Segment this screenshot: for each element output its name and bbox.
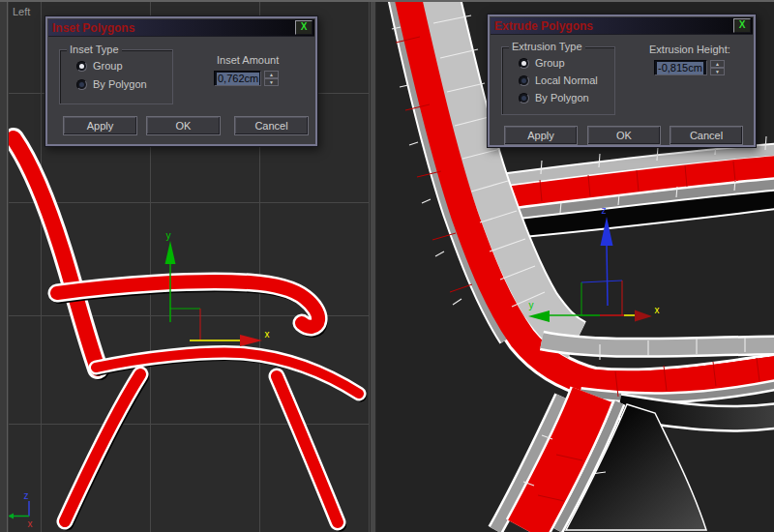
radio-group-option[interactable]: Group xyxy=(76,60,123,72)
inset-amount-field[interactable]: 0,762cm xyxy=(214,71,261,86)
inset-amount-value[interactable]: 0,762cm xyxy=(217,73,259,85)
radio-button-icon[interactable] xyxy=(519,58,529,69)
inset-amount-label: Inset Amount xyxy=(217,54,279,66)
extrusion-height-label: Extrusion Height: xyxy=(649,44,730,55)
inset-dialog-titlebar[interactable]: Inset Polygons X xyxy=(48,19,314,37)
viewport-label[interactable]: Left xyxy=(13,6,30,17)
max-viewport-area: y x z y x xyxy=(0,0,774,532)
radio-group-option[interactable]: Group xyxy=(519,57,565,69)
viewport-top-border xyxy=(0,0,774,2)
radio-bypolygon-option[interactable]: By Polygon xyxy=(76,78,147,90)
radio-label: Local Normal xyxy=(535,74,598,86)
gizmo-x-label: x xyxy=(265,329,270,340)
viewport-left-border xyxy=(0,2,8,532)
apply-button[interactable]: Apply xyxy=(63,116,137,135)
inset-dialog-title: Inset Polygons xyxy=(48,21,134,35)
gizmo-y-label: y xyxy=(529,300,534,310)
rail-bevel xyxy=(542,340,774,347)
gizmo-x-label: x xyxy=(655,305,660,315)
inset-amount-spinner[interactable]: ▲ ▼ xyxy=(264,71,279,86)
radio-label: By Polygon xyxy=(535,92,589,103)
inset-polygons-dialog: Inset Polygons X Inset Type Group By Pol… xyxy=(45,15,318,147)
inset-type-groupbox: Inset Type xyxy=(59,49,173,104)
spinner-up-icon[interactable]: ▲ xyxy=(710,60,725,68)
apply-button[interactable]: Apply xyxy=(504,126,578,145)
extrusion-height-spinner[interactable]: ▲ ▼ xyxy=(710,60,725,75)
tripod-x-label: x xyxy=(28,518,33,529)
spinner-down-icon[interactable]: ▼ xyxy=(264,78,279,86)
radio-label: Group xyxy=(93,60,123,72)
viewport-splitter[interactable] xyxy=(370,2,376,532)
radio-button-icon[interactable] xyxy=(519,75,529,86)
rail-face xyxy=(594,369,774,385)
close-icon[interactable]: X xyxy=(733,18,751,33)
radio-button-icon[interactable] xyxy=(76,61,87,72)
radio-bypolygon-option[interactable]: By Polygon xyxy=(519,92,589,103)
gizmo-y-label: y xyxy=(166,230,171,241)
ok-button[interactable]: OK xyxy=(146,116,221,135)
radio-button-icon[interactable] xyxy=(519,93,529,103)
close-icon[interactable]: X xyxy=(295,20,313,35)
spinner-down-icon[interactable]: ▼ xyxy=(710,68,725,75)
extrusion-height-value[interactable]: -0,815cm xyxy=(657,62,703,74)
radio-localnormal-option[interactable]: Local Normal xyxy=(519,74,598,86)
ok-button[interactable]: OK xyxy=(587,126,661,145)
extrusion-height-field[interactable]: -0,815cm xyxy=(654,60,707,75)
spinner-up-icon[interactable]: ▲ xyxy=(264,71,279,78)
cancel-button[interactable]: Cancel xyxy=(670,126,743,145)
radio-label: By Polygon xyxy=(93,78,147,90)
radio-label: Group xyxy=(535,57,565,69)
tripod-z-label: z xyxy=(24,490,29,501)
extrude-dialog-titlebar[interactable]: Extrude Polygons X xyxy=(491,17,753,35)
gizmo-z-label: z xyxy=(602,205,607,216)
extrude-dialog-title: Extrude Polygons xyxy=(491,19,593,33)
inset-type-group-label: Inset Type xyxy=(67,44,122,55)
extrude-polygons-dialog: Extrude Polygons X Extrusion Type Group … xyxy=(487,14,757,148)
radio-button-icon[interactable] xyxy=(76,79,87,90)
cancel-button[interactable]: Cancel xyxy=(234,116,309,135)
gizmo-z-axis[interactable] xyxy=(607,245,608,306)
extrusion-type-group-label: Extrusion Type xyxy=(509,41,585,52)
